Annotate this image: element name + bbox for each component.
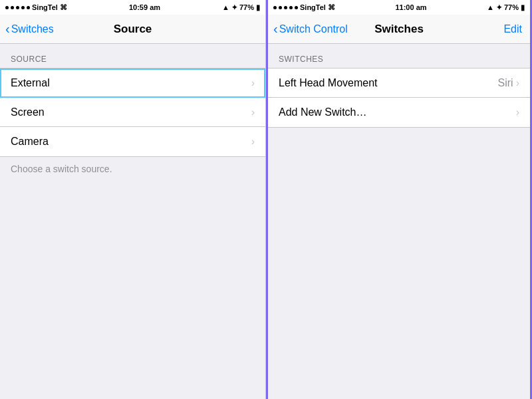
- left-battery-area: ▲ ✦ 77% ▮: [222, 3, 260, 12]
- left-hint-text: Choose a switch source.: [0, 157, 265, 181]
- right-bluetooth-icon: ✦: [496, 3, 502, 12]
- right-item-left-head-value: Siri: [498, 77, 513, 89]
- left-status-carrier: SingTel ⌘: [5, 3, 67, 12]
- right-item-add-switch[interactable]: Add New Switch… ›: [268, 98, 530, 127]
- left-back-button[interactable]: ‹ Switches: [5, 23, 54, 35]
- left-item-screen-chevron-icon: ›: [251, 106, 255, 118]
- right-back-button[interactable]: ‹ Switch Control: [273, 23, 348, 35]
- left-bluetooth-icon: ✦: [231, 3, 237, 12]
- left-back-label: Switches: [11, 23, 54, 35]
- right-item-left-head[interactable]: Left Head Movement Siri ›: [268, 68, 530, 98]
- right-item-left-head-right: Siri ›: [498, 77, 519, 89]
- left-phone-panel: SingTel ⌘ 10:59 am ▲ ✦ 77% ▮ ‹ Switches …: [0, 0, 266, 399]
- left-section-header: SOURCE: [0, 44, 265, 68]
- right-nav-title: Switches: [374, 23, 424, 36]
- left-item-external-right: ›: [251, 77, 255, 89]
- right-status-carrier: SingTel ⌘: [273, 3, 335, 12]
- left-time: 10:59 am: [129, 3, 160, 11]
- left-battery-text: 77%: [239, 3, 254, 11]
- left-location-icon: ▲: [222, 3, 229, 11]
- left-item-camera-chevron-icon: ›: [251, 136, 255, 148]
- right-battery-text: 77%: [504, 3, 519, 11]
- right-wifi-icon: ⌘: [328, 3, 335, 12]
- right-back-chevron-icon: ‹: [273, 22, 278, 35]
- right-location-icon: ▲: [487, 3, 494, 11]
- right-battery-area: ▲ ✦ 77% ▮: [487, 3, 525, 12]
- left-item-screen-right: ›: [251, 106, 255, 118]
- left-item-camera-label: Camera: [11, 136, 49, 148]
- right-time: 11:00 am: [395, 3, 426, 11]
- right-carrier-text: SingTel: [300, 3, 326, 11]
- left-item-external-label: External: [11, 77, 50, 89]
- left-item-external-chevron-icon: ›: [251, 77, 255, 89]
- left-list-group: External › Screen › Camera ›: [0, 68, 265, 157]
- left-battery-icon: ▮: [256, 3, 260, 12]
- right-nav-bar: ‹ Switch Control Switches Edit: [268, 15, 530, 44]
- right-item-left-head-chevron-icon: ›: [516, 77, 519, 89]
- left-item-screen[interactable]: Screen ›: [0, 98, 265, 127]
- right-item-add-switch-label: Add New Switch…: [279, 106, 367, 118]
- right-status-bar: SingTel ⌘ 11:00 am ▲ ✦ 77% ▮: [268, 0, 530, 15]
- right-edit-button[interactable]: Edit: [503, 23, 522, 35]
- right-list-group: Left Head Movement Siri › Add New Switch…: [268, 68, 530, 128]
- left-item-screen-label: Screen: [11, 106, 45, 118]
- left-nav-title: Source: [114, 23, 152, 36]
- right-back-label: Switch Control: [279, 23, 348, 35]
- right-item-add-switch-chevron-icon: ›: [516, 106, 519, 118]
- left-back-chevron-icon: ‹: [5, 22, 10, 35]
- left-carrier-text: SingTel: [32, 3, 58, 11]
- right-item-left-head-label: Left Head Movement: [279, 77, 378, 89]
- right-battery-icon: ▮: [521, 3, 525, 12]
- left-item-camera[interactable]: Camera ›: [0, 127, 265, 156]
- right-item-add-switch-right: ›: [516, 106, 519, 118]
- right-phone-panel: SingTel ⌘ 11:00 am ▲ ✦ 77% ▮ ‹ Switch Co…: [266, 0, 532, 399]
- left-nav-bar: ‹ Switches Source: [0, 15, 265, 44]
- right-section-header: SWITCHES: [268, 44, 530, 68]
- left-wifi-icon: ⌘: [60, 3, 67, 12]
- left-status-bar: SingTel ⌘ 10:59 am ▲ ✦ 77% ▮: [0, 0, 265, 15]
- left-item-external[interactable]: External ›: [0, 68, 265, 98]
- left-item-camera-right: ›: [251, 136, 255, 148]
